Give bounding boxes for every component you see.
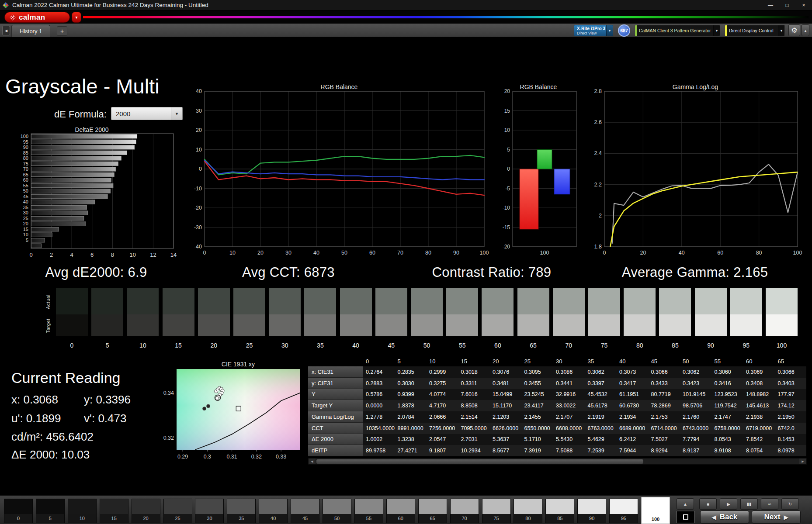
svg-text:14: 14: [170, 252, 177, 258]
minimize-button[interactable]: —: [762, 0, 779, 10]
calman-menu-dropdown[interactable]: ▾: [72, 12, 81, 23]
table-cell: 10.2934: [458, 445, 490, 456]
pattern-tile-label: 95: [610, 514, 638, 523]
table-cell: 8.0978: [775, 445, 807, 456]
pattern-loop-button[interactable]: ∞: [761, 498, 778, 510]
swatch-actual-color: [517, 288, 549, 314]
swatch-level-label: 40: [340, 342, 372, 349]
pattern-tile-20[interactable]: 20: [132, 499, 160, 523]
tab-bar: ◀ History 1 + X-Rite i1Pro 3 Direct View…: [0, 24, 812, 37]
table-column-header: 60: [743, 356, 775, 366]
pattern-generator-label: CalMAN Client 3 Pattern Generator: [637, 25, 713, 36]
pattern-up-button[interactable]: ▲: [677, 498, 694, 510]
display-control-button[interactable]: Direct Display Control ▾: [725, 25, 785, 36]
collapse-panel-button[interactable]: ◀: [2, 26, 10, 35]
pattern-tile-60[interactable]: 60: [386, 499, 415, 523]
table-cell: 2.1938: [743, 411, 775, 423]
svg-text:90: 90: [453, 250, 459, 256]
pattern-tile-5[interactable]: 5: [36, 499, 65, 523]
pattern-tile-10[interactable]: 10: [68, 499, 97, 523]
pattern-tile-65[interactable]: 65: [418, 499, 447, 523]
swatch-actual-color: [553, 288, 585, 314]
close-button[interactable]: ×: [795, 0, 812, 10]
swatch-target-color: [269, 314, 301, 336]
svg-text:20: 20: [257, 250, 264, 256]
chevron-down-icon[interactable]: ▾: [778, 25, 784, 36]
svg-text:15: 15: [23, 227, 28, 232]
pattern-tile-70[interactable]: 70: [450, 499, 479, 523]
de-formula-select[interactable]: 2000 ▾: [111, 107, 183, 120]
svg-text:-30: -30: [194, 224, 202, 231]
tab-history-1[interactable]: History 1: [11, 25, 50, 37]
table-cell: 6626.0000: [489, 423, 521, 434]
table-cell: 4.7170: [426, 400, 458, 411]
table-column-header: 55: [711, 356, 743, 366]
swatch-actual-color: [56, 288, 88, 314]
pattern-tile-40[interactable]: 40: [259, 499, 288, 523]
chevron-down-icon[interactable]: ▾: [713, 25, 720, 36]
calman-menu-button[interactable]: calman: [4, 12, 70, 23]
table-scrollbar[interactable]: ◀ ▶: [308, 458, 807, 465]
table-cell: 6758.0000: [711, 423, 743, 434]
swatch-actual-color: [411, 288, 443, 314]
measurement-table: 05101520253035404550556065x: CIE310.2764…: [308, 356, 807, 456]
pattern-tile-label: 15: [100, 514, 128, 523]
grayscale-swatch-0: [56, 288, 88, 336]
add-tab-button[interactable]: +: [57, 26, 67, 36]
pattern-tile-50[interactable]: 50: [323, 499, 351, 523]
reading-de2000: ΔE 2000: 10.03: [11, 448, 90, 462]
chevron-down-icon[interactable]: ▾: [606, 25, 613, 36]
maximize-button[interactable]: □: [779, 0, 795, 10]
chevron-down-icon: ▾: [171, 107, 182, 120]
svg-text:50: 50: [341, 250, 347, 256]
settings-gear-button[interactable]: ⚙: [788, 24, 800, 36]
swatch-target-color: [198, 314, 230, 336]
pattern-tile-75[interactable]: 75: [482, 499, 511, 523]
table-cell: 15.0499: [489, 389, 521, 400]
pattern-tile-100[interactable]: 100: [641, 497, 670, 524]
swatch-target-color: [766, 314, 798, 336]
table-cell: 8.9137: [680, 445, 711, 456]
scroll-right-button[interactable]: ▶: [799, 458, 806, 464]
table-cell: 2.1760: [680, 411, 711, 423]
pattern-window-button[interactable]: [677, 511, 695, 523]
pattern-tile-30[interactable]: 30: [195, 499, 224, 523]
pattern-tile-95[interactable]: 95: [609, 499, 638, 523]
de-formula-value: 2000: [111, 110, 171, 117]
table-cell: 123.9523: [711, 389, 743, 400]
pattern-swatch: [355, 499, 383, 514]
pattern-tile-85[interactable]: 85: [545, 499, 574, 523]
pattern-tile-45[interactable]: 45: [291, 499, 319, 523]
pattern-swatch: [291, 499, 319, 514]
pattern-tile-80[interactable]: 80: [514, 499, 542, 523]
scroll-left-button[interactable]: ◀: [309, 458, 316, 464]
back-button-label: Back: [720, 513, 738, 521]
pattern-generator-button[interactable]: CalMAN Client 3 Pattern Generator ▾: [635, 25, 720, 36]
next-button[interactable]: Next ▶: [752, 510, 801, 524]
svg-text:5: 5: [507, 147, 510, 153]
layout-corner-button[interactable]: ▴: [802, 24, 809, 36]
pattern-pause-button[interactable]: ▮▮: [740, 498, 758, 510]
pattern-swatch: [546, 499, 574, 514]
pattern-tile-0[interactable]: 0: [4, 499, 33, 523]
pattern-tile-15[interactable]: 15: [100, 499, 128, 523]
table-cell: 0.3062: [585, 366, 617, 378]
grayscale-swatch-75: [588, 288, 620, 336]
pattern-play-button[interactable]: ▶: [720, 498, 737, 510]
pattern-tile-35[interactable]: 35: [227, 499, 256, 523]
table-cell: 1.0002: [363, 434, 395, 445]
pattern-stop-button[interactable]: ■: [699, 498, 717, 510]
table-cell: 0.3417: [616, 378, 648, 389]
pattern-refresh-button[interactable]: ↻: [781, 498, 799, 510]
pattern-tile-55[interactable]: 55: [354, 499, 383, 523]
svg-text:25: 25: [23, 216, 28, 221]
svg-text:10: 10: [229, 250, 236, 256]
meter-device-button[interactable]: X-Rite i1Pro 3 Direct View ▾: [574, 25, 613, 36]
scrollbar-thumb[interactable]: [316, 459, 643, 464]
pattern-tile-25[interactable]: 25: [163, 499, 192, 523]
pattern-tile-90[interactable]: 90: [577, 499, 606, 523]
swatch-level-label: 95: [730, 342, 762, 349]
swatch-target-color: [127, 314, 159, 336]
back-button[interactable]: ◀ Back: [700, 510, 749, 524]
table-row-label: Y: [308, 389, 363, 400]
